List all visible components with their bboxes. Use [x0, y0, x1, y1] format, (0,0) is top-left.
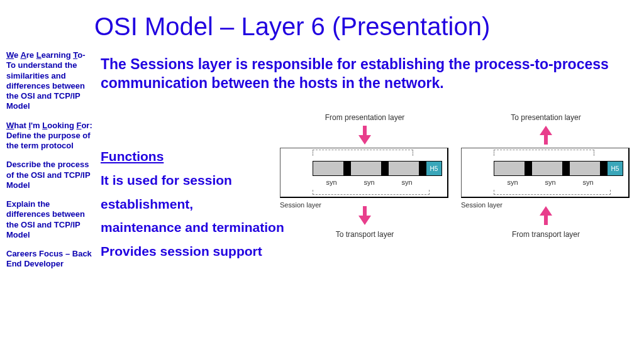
arrow-up-icon: [540, 126, 552, 145]
data-segment: [531, 161, 563, 176]
label-to-transport: To transport layer: [336, 230, 394, 239]
syn-labels: syn syn syn: [313, 178, 438, 186]
syn-marker: [419, 161, 426, 176]
arrow-up-icon: [540, 206, 552, 225]
wilf-heading: What I'm Looking For:Define the purpose …: [6, 121, 94, 151]
top-bracket: [313, 150, 413, 156]
label-session-layer: Session layer: [280, 201, 321, 209]
syn-marker: [525, 161, 531, 176]
sidebar: We Are Learning To-To understand the sim…: [6, 50, 94, 278]
intro-text: The Sessions layer is responsible for es…: [101, 55, 635, 93]
syn-marker: [601, 161, 607, 176]
data-segment: [313, 161, 344, 176]
careers-focus: Careers Focus – Back End Developer: [6, 249, 94, 270]
data-segment: [388, 161, 419, 176]
data-segment: [494, 161, 525, 176]
h5-header: H5: [607, 161, 623, 176]
h5-header: H5: [426, 161, 442, 176]
arrow-down-icon: [358, 126, 371, 145]
bottom-bracket: [313, 190, 430, 195]
label-from-transport: From transport layer: [512, 230, 580, 239]
functions-line-4: Provides session support: [101, 239, 352, 263]
syn-marker: [563, 161, 569, 176]
label-from-presentation: From presentation layer: [325, 113, 405, 122]
data-segment: [569, 161, 601, 176]
arrow-down-icon: [358, 206, 371, 225]
segment-bar: H5: [313, 161, 442, 176]
syn-labels: syn syn syn: [494, 178, 619, 186]
data-segment: [350, 161, 382, 176]
label-session-layer: Session layer: [461, 201, 502, 209]
syn-marker: [382, 161, 388, 176]
wilf-item-2: Describe the process of the OSI and TCP/…: [6, 160, 94, 190]
wilf-item-3: Explain the differences between the OSI …: [6, 199, 94, 240]
session-diagram: From presentation layer H5 syn syn syn: [280, 113, 635, 239]
top-bracket: [494, 150, 594, 156]
segment-bar: H5: [494, 161, 623, 176]
syn-marker: [344, 161, 350, 176]
diagram-right: To presentation layer H5 syn syn syn: [461, 113, 631, 239]
walt-heading: We Are Learning To-To understand the sim…: [6, 50, 94, 112]
bottom-bracket: [494, 190, 611, 195]
label-to-presentation: To presentation layer: [511, 113, 580, 122]
diagram-left: From presentation layer H5 syn syn syn: [280, 113, 450, 239]
slide: OSI Model – Layer 6 (Presentation) We Ar…: [0, 0, 644, 362]
slide-title: OSI Model – Layer 6 (Presentation): [94, 13, 490, 41]
